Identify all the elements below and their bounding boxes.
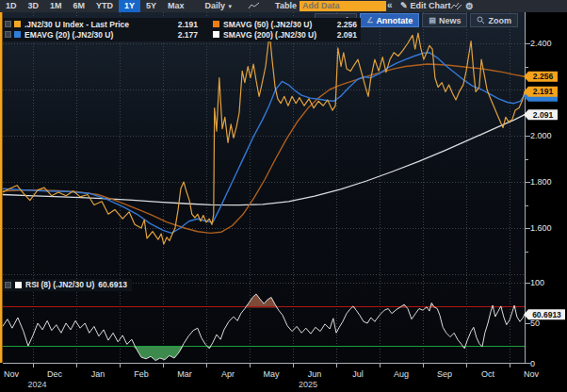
rsi-legend-label: RSI (8) (.JN2/30 U) — [25, 280, 94, 289]
chart-application: 1D 3D 1M 6M YTD 1Y 5Y Max Daily▼ Table A… — [0, 0, 567, 392]
tab-1m[interactable]: 1M — [44, 0, 68, 12]
news-label: News — [439, 16, 462, 25]
legend-value: 2.091 — [325, 30, 357, 40]
emavg20-swatch-icon — [14, 31, 21, 38]
rsi-legend-value: 60.6913 — [98, 280, 127, 289]
news-button[interactable]: ▤News — [422, 13, 467, 27]
tab-3d[interactable]: 3D — [23, 0, 45, 12]
month-label: Jun — [308, 369, 322, 379]
legend-handle-icon[interactable] — [5, 282, 11, 288]
price-axis-label: 1.800 — [530, 177, 552, 187]
legend-value: 2.256 — [325, 20, 357, 29]
legend-value: 2.177 — [164, 30, 198, 40]
month-label: Jul — [352, 369, 364, 379]
period-dropdown[interactable]: Daily▼ — [200, 0, 238, 12]
price-badge-text: 2.191 — [533, 87, 554, 96]
range-toolbar: 1D 3D 1M 6M YTD 1Y 5Y Max Daily▼ Table A… — [0, 0, 567, 12]
price-axis-label: 2.400 — [530, 39, 552, 48]
month-label: Apr — [221, 369, 235, 379]
zoom-button[interactable]: Zoom — [470, 13, 518, 27]
rsi-legend: RSI (8) (.JN2/30 U) 60.6913 — [3, 279, 132, 291]
panel-left-strip — [0, 12, 3, 363]
collapse-panel-icon[interactable]: « — [387, 0, 393, 12]
month-label: May — [263, 369, 280, 379]
year-label: 2025 — [299, 380, 317, 389]
smavg200-swatch-icon — [213, 31, 219, 38]
month-label: Mar — [177, 369, 192, 379]
price-badge-text: 2.091 — [533, 110, 554, 120]
legend-label: EMAVG (20) (.JN2/30 U) — [24, 30, 164, 40]
month-label: Dec — [47, 369, 63, 379]
month-label: Nov — [524, 369, 540, 379]
annotate-label: Annotate — [376, 16, 413, 25]
zoom-label: Zoom — [488, 16, 511, 25]
tab-ytd[interactable]: YTD — [90, 0, 119, 12]
tab-5y[interactable]: 5Y — [140, 0, 162, 12]
rsi-axis-label: 50 — [530, 318, 540, 328]
month-label: Aug — [394, 369, 409, 379]
annotate-button[interactable]: ∠Annotate — [360, 13, 419, 27]
tab-1y[interactable]: 1Y — [119, 0, 140, 12]
price-axis-label: 2.000 — [530, 131, 552, 140]
price-badge-text: 2.256 — [533, 72, 554, 81]
month-label: Sep — [437, 369, 452, 379]
add-data-input[interactable]: Add Data — [300, 1, 386, 11]
legend-label: SMAVG (200) (.JN2/30 U) — [223, 30, 325, 40]
last-price-swatch-icon — [14, 21, 21, 27]
chevron-down-icon: ▼ — [227, 4, 233, 9]
legend-handle-icon[interactable] — [5, 21, 11, 27]
legend-label: .JN2/30 U Index - Last Price — [24, 20, 164, 29]
chart-plot[interactable]: 2.4002.0001.8001.600100500NovDecJanFebMa… — [0, 0, 567, 392]
tab-1d[interactable]: 1D — [0, 0, 23, 12]
edit-chart-label: Edit Chart — [411, 0, 451, 12]
edit-chart-button[interactable]: ✎ Edit Chart — [400, 0, 451, 12]
pencil-icon: ✎ — [400, 0, 408, 12]
period-dropdown-value: Daily — [205, 1, 226, 10]
rsi-axis-label: 0 — [530, 359, 535, 368]
smavg50-swatch-icon — [213, 21, 219, 27]
gear-icon[interactable]: ⚙ — [465, 0, 474, 12]
chart-annotate-icon[interactable] — [450, 1, 462, 12]
tab-6m[interactable]: 6M — [68, 0, 91, 12]
line-chart-icon[interactable] — [248, 2, 260, 10]
rsi-badge-text: 60.6913 — [532, 310, 561, 319]
month-label: Feb — [134, 369, 149, 379]
legend-handle-icon[interactable] — [5, 31, 11, 38]
year-label: 2024 — [28, 380, 47, 389]
legend-value: 2.191 — [164, 20, 198, 29]
price-axis-label: 1.600 — [530, 223, 552, 233]
news-icon: ▤ — [429, 16, 436, 24]
month-label: Oct — [481, 369, 495, 379]
chart-legend: .JN2/30 U Index - Last Price 2.191 SMAVG… — [3, 18, 361, 41]
magnifier-icon — [477, 16, 485, 24]
rsi-swatch-icon — [15, 282, 22, 288]
month-label: Jan — [91, 369, 105, 379]
table-button[interactable]: Table — [269, 0, 302, 12]
legend-label: SMAVG (50) (.JN2/30 U) — [223, 20, 325, 29]
rsi-axis-label: 100 — [530, 278, 544, 287]
tab-max[interactable]: Max — [162, 0, 190, 12]
month-label: Nov — [4, 369, 20, 379]
annotate-icon: ∠ — [366, 16, 373, 24]
